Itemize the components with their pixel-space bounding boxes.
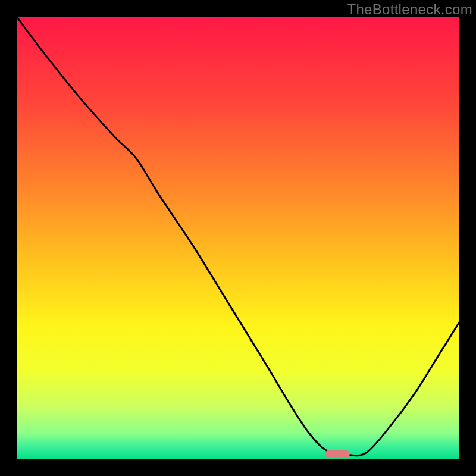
optimal-marker bbox=[325, 450, 350, 458]
plot-svg bbox=[17, 17, 459, 459]
chart-frame: TheBottleneck.com bbox=[0, 0, 476, 476]
watermark-text: TheBottleneck.com bbox=[347, 1, 472, 18]
gradient-rect bbox=[17, 17, 459, 459]
plot-area bbox=[17, 17, 459, 459]
